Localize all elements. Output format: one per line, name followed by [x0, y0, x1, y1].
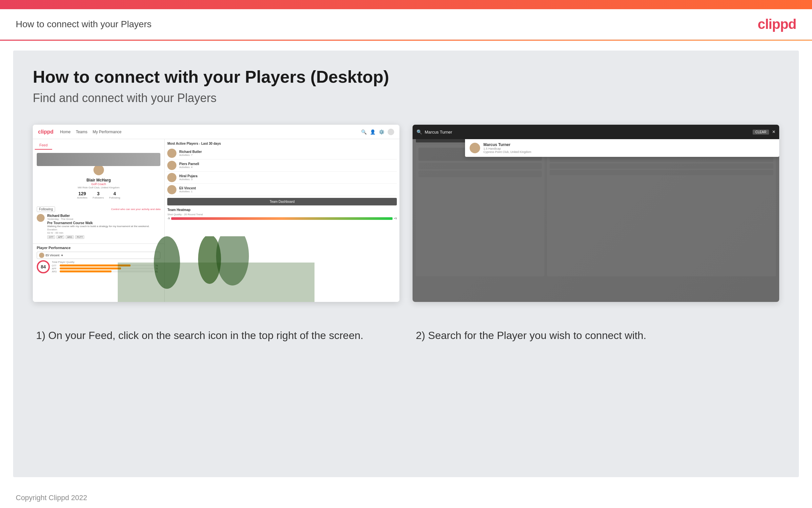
description-1: 1) On your Feed, click on the search ico… [33, 318, 399, 346]
player-activities-3: Activities: 3 [179, 178, 197, 181]
nav-my-performance[interactable]: My Performance [93, 130, 121, 134]
player-name-2: Piers Parnell [179, 162, 199, 166]
app-body-1: Feed Blair McHarg Golf Coach Mill Ride G… [33, 139, 399, 302]
bar-app-num: 70 [155, 267, 160, 270]
activity-desc: Walking the course with my coach to buil… [47, 225, 160, 228]
badge-putt: PUTT [75, 235, 84, 239]
bar-app: APP 70 [52, 267, 160, 270]
player-activities-2: Activities: 4 [179, 166, 199, 169]
screenshot-1: clippd Home Teams My Performance 🔍 👤 ⚙️ [33, 125, 399, 302]
nav-links: Home Teams My Performance [60, 130, 121, 134]
bar-arg-num: 61 [155, 270, 160, 273]
stat-following: 4 Following [109, 191, 121, 199]
description-text-1: 1) On your Feed, click on the search ico… [36, 328, 396, 343]
profile-club: Mill Ride Golf Club, United Kingdom [37, 186, 160, 189]
team-heatmap-title: Team Heatmap [167, 208, 397, 212]
chevron-down-icon: ▼ [61, 254, 63, 257]
team-heatmap-subtitle: Shot Quality - 20 Round Trend [167, 213, 397, 216]
badge-app: APP [56, 235, 64, 239]
shot-badges: OTT APP ARG PUTT [47, 235, 160, 239]
quality-title: Total Player Quality [52, 261, 160, 263]
player-performance-title: Player Performance [37, 246, 160, 250]
player-info-3: Hiral Pujara Activities: 3 [179, 174, 197, 181]
descriptions-row: 1) On your Feed, click on the search ico… [33, 318, 779, 346]
copyright-text: Copyright Clippd 2022 [16, 494, 87, 502]
bar-ott: OTT 79 [52, 264, 160, 267]
description-text-2: 2) Search for the Player you wish to con… [416, 328, 776, 343]
control-link[interactable]: Control who can see your activity and da… [111, 208, 161, 211]
badge-ott: OTT [47, 235, 55, 239]
profile-card: Blair McHarg Golf Coach Mill Ride Golf C… [33, 150, 164, 205]
player-name-4: Eli Vincent [179, 186, 196, 190]
stat-following-label: Following [109, 196, 121, 199]
clear-button[interactable]: CLEAR [753, 130, 769, 134]
activity-duration-label: Duration [47, 228, 160, 231]
team-heatmap-section: Team Heatmap Shot Quality - 20 Round Tre… [167, 208, 397, 220]
bar-ott-track [60, 264, 154, 266]
activity-content: Richard Butler Yesterday · The Grove Pre… [47, 214, 160, 239]
stat-activities: 129 Activities [77, 191, 88, 199]
team-dashboard-button[interactable]: Team Dashboard [167, 198, 397, 205]
mock-app-2: 🔍 Marcus Turner CLEAR × Marcus Turner 1.… [413, 125, 779, 302]
feed-tab[interactable]: Feed [35, 141, 52, 150]
activity-time: 02 hr : 00 min [47, 231, 160, 234]
settings-icon[interactable]: ⚙️ [379, 129, 384, 134]
description-2: 2) Search for the Player you wish to con… [413, 318, 779, 346]
stat-following-num: 4 [109, 191, 121, 196]
bg-left [416, 145, 544, 276]
search-icon-overlay[interactable]: 🔍 [417, 129, 422, 134]
stat-followers-num: 3 [93, 191, 104, 196]
bar-arg-fill [60, 270, 111, 272]
badge-arg: ARG [65, 235, 74, 239]
activity-header: Following Control who can see your activ… [37, 206, 160, 212]
avatar-icon[interactable] [388, 129, 394, 135]
stat-activities-label: Activities [77, 196, 88, 199]
main-subtitle: Find and connect with your Players [33, 91, 779, 105]
profile-name: Blair McHarg [37, 178, 160, 182]
mock-app-1: clippd Home Teams My Performance 🔍 👤 ⚙️ [33, 125, 399, 302]
search-result-item[interactable]: Marcus Turner 1.5 Handicap Cypress Point… [465, 139, 779, 157]
quality-score: 84 [37, 260, 50, 273]
bar-arg-label: ARG [52, 270, 58, 273]
activity-name: Richard Butler [47, 214, 160, 218]
bg-right-r2 [550, 163, 773, 169]
player-name-1: Richard Butler [179, 150, 202, 154]
top-bar [0, 0, 812, 9]
profile-banner [37, 153, 160, 166]
profile-icon[interactable]: 👤 [370, 129, 376, 134]
search-dropdown: Marcus Turner 1.5 Handicap Cypress Point… [465, 139, 779, 157]
player-item-3: Hiral Pujara Activities: 3 [167, 172, 397, 184]
page-title: How to connect with your Players [16, 19, 151, 30]
player-item-2: Piers Parnell Activities: 4 [167, 160, 397, 172]
following-button[interactable]: Following [37, 206, 55, 212]
profile-stats: 129 Activities 3 Followers 4 Following [37, 191, 160, 199]
bar-ott-fill [60, 264, 131, 266]
player-activities-4: Activities: 1 [179, 190, 196, 193]
screenshots-row: clippd Home Teams My Performance 🔍 👤 ⚙️ [33, 125, 779, 302]
left-panel: Feed Blair McHarg Golf Coach Mill Ride G… [33, 139, 164, 302]
bar-app-fill [60, 267, 121, 269]
close-button[interactable]: × [772, 129, 775, 135]
player-avatar-4 [167, 185, 177, 194]
stat-followers-label: Followers [93, 196, 104, 199]
nav-teams[interactable]: Teams [76, 130, 87, 134]
bg-right-r3 [550, 170, 773, 175]
quality-bars: Total Player Quality OTT 79 [52, 261, 160, 273]
player-activities-1: Activities: 7 [179, 154, 202, 157]
player-select[interactable]: Eli Vincent ▼ [37, 252, 160, 259]
app-nav-1: clippd Home Teams My Performance 🔍 👤 ⚙️ [33, 125, 399, 139]
footer: Copyright Clippd 2022 [0, 487, 812, 508]
bar-ott-num: 79 [155, 264, 160, 267]
player-select-name: Eli Vincent [46, 254, 59, 257]
nav-home[interactable]: Home [60, 130, 70, 134]
search-result-info: Marcus Turner 1.5 Handicap Cypress Point… [483, 142, 531, 154]
screenshot-2: 🔍 Marcus Turner CLEAR × Marcus Turner 1.… [413, 125, 779, 302]
heatmap-min: -5 [167, 217, 170, 220]
activity-title: Pre Tournament Course Walk [47, 221, 160, 225]
bar-arg-track [60, 270, 154, 272]
search-bar-overlay: 🔍 Marcus Turner CLEAR × [413, 125, 779, 139]
search-input[interactable]: Marcus Turner [425, 130, 753, 134]
bar-app-label: APP [52, 267, 58, 270]
activity-avatar [37, 214, 45, 222]
search-icon[interactable]: 🔍 [361, 129, 367, 134]
